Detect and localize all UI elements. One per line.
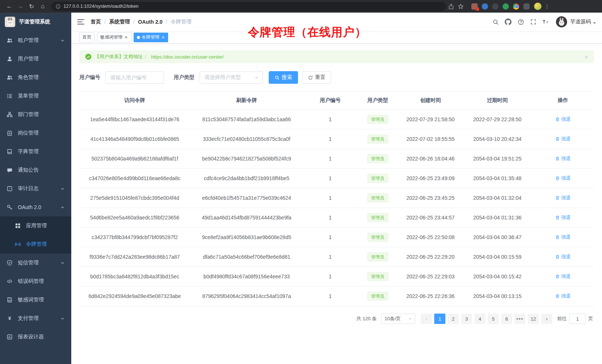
help-icon[interactable] [514, 16, 527, 28]
breadcrumb-separator: / [133, 19, 135, 25]
sidebar-item-token-signal[interactable]: 令牌管理 [0, 235, 71, 254]
sidebar-item-sms-shield[interactable]: 短信管理 [0, 254, 71, 272]
force-logout-button[interactable]: 强退 [555, 293, 571, 300]
force-logout-button[interactable]: 强退 [555, 175, 571, 182]
breadcrumb-item[interactable]: OAuth 2.0 [138, 19, 163, 25]
sidebar-item-dictionary[interactable]: 字典管理 [0, 142, 71, 161]
force-logout-button[interactable]: 强退 [555, 116, 571, 123]
force-logout-button[interactable]: 强退 [555, 214, 571, 221]
search-icon[interactable] [489, 16, 502, 28]
sidebar-item-users[interactable]: 角色管理 [0, 68, 71, 87]
sidebar-item-user[interactable]: 用户管理 [0, 50, 71, 68]
delete-icon [555, 176, 560, 181]
sidebar-item-payment[interactable]: ¥ 支付管理 [0, 309, 71, 328]
expire-time-cell: 2054-03-04 01:31:36 [463, 208, 532, 228]
close-icon[interactable]: × [161, 35, 165, 40]
tab-令牌管理[interactable]: 令牌管理 × [134, 33, 169, 42]
column-header: 刷新令牌 [190, 92, 303, 110]
force-logout-button[interactable]: 强退 [555, 136, 571, 142]
force-logout-button[interactable]: 强退 [555, 155, 571, 162]
sidebar-item-org-tree[interactable]: 部门管理 [0, 105, 71, 124]
breadcrumb-item[interactable]: 系统管理 [109, 19, 130, 25]
user-type-cell: 管理员 [357, 247, 398, 267]
close-icon[interactable]: × [124, 35, 128, 40]
expire-time-cell: 2054-03-10 20:42:34 [463, 129, 532, 149]
sidebar-item-users[interactable]: 租户管理 [0, 31, 71, 50]
prev-page-button[interactable]: ‹ [421, 314, 432, 324]
table-header-row: 访问令牌刷新令牌用户编号用户类型创建时间过期时间操作 [79, 92, 594, 110]
breadcrumb-item[interactable]: 首页 [91, 19, 101, 25]
browser-profile-avatar[interactable] [534, 3, 542, 10]
sidebar-item-error-code[interactable]: 错误码管理 [0, 272, 71, 291]
page-size-select[interactable]: 10条/页 [381, 314, 415, 324]
tab-敏感词管理[interactable]: 敏感词管理 × [97, 33, 131, 42]
app-logo[interactable]: 芋道管理系统 [0, 13, 71, 31]
page-button-2[interactable]: 2 [448, 314, 459, 324]
column-header: 访问令牌 [79, 92, 190, 110]
bookmark-star-icon[interactable] [456, 1, 465, 11]
user-type-cell: 管理员 [357, 149, 398, 169]
sidebar-toggle-icon[interactable] [77, 19, 84, 24]
sidebar-item-oauth[interactable]: OAuth 2.0 [0, 198, 71, 216]
force-logout-button[interactable]: 强退 [555, 195, 571, 201]
user-menu[interactable]: 芋道源码 [556, 16, 596, 27]
page-ellipsis[interactable]: ••• [514, 314, 526, 324]
page-button-3[interactable]: 3 [461, 314, 472, 324]
sidebar-item-sensitive-word[interactable]: 敏感词管理 [0, 291, 71, 309]
sidebar-item-audit-log[interactable]: 审计日志 [0, 179, 71, 198]
close-icon[interactable]: × [585, 54, 588, 60]
page-info-icon[interactable] [56, 4, 60, 9]
user-type-select[interactable]: 请选择用户类型 [200, 71, 263, 84]
browser-home-icon[interactable]: ⌂ [37, 1, 48, 11]
page-button-4[interactable]: 4 [474, 314, 485, 324]
payment-icon: ¥ [7, 315, 13, 321]
browser-refresh-icon[interactable]: ↻ [26, 1, 37, 11]
force-logout-button[interactable]: 强退 [555, 254, 571, 260]
user-type-cell: 管理员 [357, 169, 398, 188]
extension-icon[interactable] [492, 3, 498, 10]
font-size-icon[interactable]: TT [540, 16, 552, 28]
github-icon[interactable] [502, 16, 514, 28]
report-icon [7, 334, 13, 340]
share-icon[interactable] [446, 1, 456, 11]
sidebar-item-label: 应用管理 [26, 222, 47, 229]
extension-icon[interactable] [513, 3, 519, 10]
next-page-button[interactable]: › [541, 314, 552, 324]
puzzle-extensions-icon[interactable] [523, 3, 530, 10]
extension-icon[interactable] [503, 3, 509, 10]
sidebar-item-announcement[interactable]: 通知公告 [0, 161, 71, 179]
force-logout-button[interactable]: 强退 [555, 273, 571, 280]
sidebar-item-report[interactable]: 报表设计器 [0, 328, 71, 346]
user-id-input[interactable] [105, 71, 164, 84]
force-logout-button[interactable]: 强退 [555, 234, 571, 241]
page-button-12[interactable]: 12 [528, 314, 539, 324]
sidebar-item-menu-list[interactable]: 菜单管理 [0, 87, 71, 105]
access-token-cell: c347026e805e4d99b0d116eae66eda8c [79, 169, 190, 188]
browser-menu-icon[interactable]: ⋮ [544, 3, 550, 9]
sidebar-item-badge[interactable]: 岗位管理 [0, 124, 71, 142]
refresh-icon [308, 75, 313, 80]
page-button-1[interactable]: 1 [434, 314, 445, 324]
search-button[interactable]: 搜索 [269, 71, 298, 84]
fullscreen-icon[interactable] [527, 16, 540, 28]
sidebar-item-label: 字典管理 [18, 148, 39, 155]
doc-link[interactable]: https://doc.iocoder.cn/user-center/ [151, 54, 224, 60]
sidebar-item-label: 通知公告 [18, 167, 39, 173]
page-button-5[interactable]: 5 [488, 314, 499, 324]
user-id-cell: 1 [303, 228, 357, 247]
goto-page-input[interactable] [569, 314, 586, 324]
page-button-6[interactable]: 6 [501, 314, 512, 324]
sidebar-item-app-grid[interactable]: 应用管理 [0, 216, 71, 235]
access-token-cell: 275e5de9151045fe87cbdc395e004f4d [79, 188, 190, 208]
tab-首页[interactable]: 首页 [79, 33, 95, 42]
action-cell: 强退 [532, 129, 594, 149]
delete-icon [555, 196, 560, 200]
svg-text:T: T [546, 21, 548, 24]
breadcrumb-separator: / [104, 19, 106, 25]
reset-button[interactable]: 重置 [302, 71, 331, 84]
extension-icon[interactable] [471, 3, 478, 10]
address-bar[interactable]: 127.0.0.1:1024/system/oauth2/token [51, 2, 446, 11]
browser-back-icon[interactable]: ← [4, 1, 15, 11]
extension-icon[interactable] [482, 3, 488, 10]
browser-forward-icon[interactable]: → [15, 1, 26, 11]
